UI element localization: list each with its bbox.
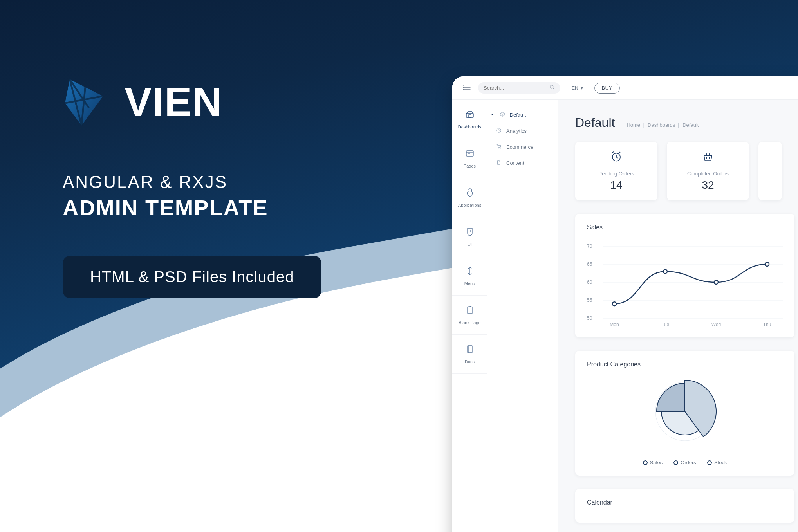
package-icon — [499, 112, 506, 118]
subnav-item-label: Analytics — [506, 128, 527, 134]
sidebar-main: Dashboards Pages Applications UI — [452, 100, 487, 532]
calendar-panel-title: Calendar — [587, 499, 783, 506]
svg-point-22 — [500, 148, 501, 149]
x-tick: Thu — [763, 322, 771, 327]
page-header: Default Home| Dashboards| Default — [575, 115, 798, 130]
search-icon — [549, 85, 555, 91]
sales-panel: Sales 70 65 60 55 50 — [575, 214, 794, 337]
search-field[interactable] — [478, 82, 560, 94]
breadcrumb-dashboards[interactable]: Dashboards — [648, 122, 675, 128]
stat-row: Pending Orders 14 Completed Orders 32 — [575, 142, 798, 200]
svg-point-4 — [463, 87, 464, 88]
marketing-panel: VIEN ANGULAR & RXJS ADMIN TEMPLATE HTML … — [63, 78, 321, 298]
y-tick: 70 — [587, 243, 592, 249]
svg-rect-8 — [466, 114, 473, 117]
brand-logo-icon — [61, 77, 107, 126]
x-tick: Mon — [610, 322, 619, 327]
sidebar-item-label: Applications — [458, 203, 481, 207]
blank-icon — [466, 305, 474, 317]
legend-label: Stock — [714, 460, 727, 465]
stat-label: Pending Orders — [598, 171, 634, 177]
sidebar-item-label: Pages — [464, 164, 476, 168]
menu-item-icon — [466, 266, 473, 278]
clock-icon — [495, 128, 502, 134]
x-tick: Wed — [711, 322, 721, 327]
sidebar-item-label: Docs — [465, 359, 475, 364]
sales-panel-title: Sales — [587, 224, 783, 231]
stat-card-completed[interactable]: Completed Orders 32 — [667, 142, 749, 200]
ui-icon — [466, 227, 474, 239]
sidebar-item-pages[interactable]: Pages — [452, 139, 487, 178]
sidebar-item-applications[interactable]: Applications — [452, 178, 487, 217]
legend-item-orders[interactable]: Orders — [673, 460, 696, 465]
subnav-item-label: Default — [510, 112, 526, 118]
buy-button[interactable]: BUY — [594, 83, 620, 94]
page-title: Default — [575, 115, 615, 130]
sidebar-item-blank[interactable]: Blank Page — [452, 296, 487, 335]
breadcrumb-default[interactable]: Default — [682, 122, 699, 128]
svg-point-34 — [714, 280, 718, 284]
stat-card-pending[interactable]: Pending Orders 14 — [575, 142, 657, 200]
chart-legend: Sales Orders Stock — [643, 460, 727, 465]
stat-label: Completed Orders — [687, 171, 729, 177]
svg-point-6 — [550, 85, 553, 88]
svg-rect-17 — [468, 346, 472, 353]
subnav-item-analytics[interactable]: Analytics — [487, 123, 558, 139]
stat-value: 32 — [702, 179, 714, 191]
stat-value: 14 — [610, 179, 622, 191]
language-selector[interactable]: EN ▾ — [566, 83, 589, 94]
svg-point-5 — [463, 89, 464, 90]
subnav-item-default[interactable]: Default — [487, 107, 558, 123]
sidebar-item-label: Menu — [464, 281, 475, 286]
subnav-item-content[interactable]: Content — [487, 155, 558, 171]
breadcrumb-home[interactable]: Home — [626, 122, 640, 128]
admin-header: EN ▾ BUY — [452, 76, 798, 100]
x-tick: Tue — [661, 322, 669, 327]
basket-icon — [702, 151, 714, 165]
search-input[interactable] — [484, 85, 549, 91]
svg-point-3 — [463, 85, 464, 85]
pages-icon — [465, 149, 475, 161]
files-included-pill: HTML & PSD Files Included — [63, 256, 321, 298]
svg-rect-10 — [466, 151, 473, 156]
legend-item-stock[interactable]: Stock — [707, 460, 727, 465]
file-icon — [495, 160, 502, 166]
admin-body: Dashboards Pages Applications UI — [452, 100, 798, 532]
y-tick: 50 — [587, 316, 592, 321]
menu-toggle-icon[interactable] — [461, 84, 473, 92]
cart-icon — [495, 144, 502, 150]
sidebar-item-label: Dashboards — [458, 124, 481, 129]
svg-point-33 — [663, 269, 667, 273]
sidebar-item-ui[interactable]: UI — [452, 217, 487, 256]
sidebar-item-label: Blank Page — [459, 320, 480, 325]
alarm-icon — [610, 151, 622, 165]
legend-item-sales[interactable]: Sales — [643, 460, 663, 465]
chevron-down-icon: ▾ — [581, 85, 583, 91]
stat-card-cropped[interactable] — [758, 142, 782, 200]
sidebar-item-label: UI — [468, 242, 472, 247]
legend-label: Sales — [650, 460, 663, 465]
sidebar-item-dashboards[interactable]: Dashboards — [452, 100, 487, 139]
y-tick-60: 60 — [587, 280, 592, 285]
legend-label: Orders — [681, 460, 696, 465]
sales-chart: 70 65 60 55 50 — [587, 237, 783, 327]
subnav-item-label: Ecommerce — [506, 144, 533, 150]
categories-panel-title: Product Categories — [587, 361, 783, 368]
svg-point-35 — [765, 262, 769, 266]
polar-chart — [638, 374, 732, 453]
sidebar-item-menu[interactable]: Menu — [452, 256, 487, 296]
svg-point-21 — [498, 148, 498, 149]
y-tick-65: 65 — [587, 261, 592, 267]
sidebar-item-docs[interactable]: Docs — [452, 335, 487, 374]
svg-point-32 — [612, 302, 616, 306]
svg-rect-9 — [469, 115, 471, 117]
admin-mockup: EN ▾ BUY Dashboards Pages — [452, 76, 798, 532]
language-label: EN — [572, 85, 578, 91]
svg-line-7 — [553, 88, 554, 90]
subnav-item-ecommerce[interactable]: Ecommerce — [487, 139, 558, 155]
sidebar-sub: Default Analytics Ecommerce Content — [487, 100, 558, 532]
brand-name: VIEN — [125, 79, 223, 125]
subnav-item-label: Content — [506, 160, 524, 166]
y-tick-55: 55 — [587, 298, 592, 303]
subtitle-line-1: ANGULAR & RXJS — [63, 172, 321, 192]
